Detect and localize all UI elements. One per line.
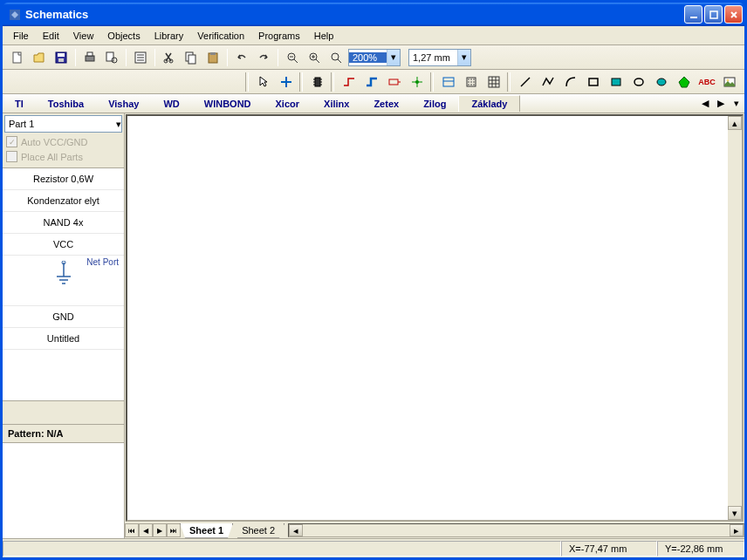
- canvas-container: ▴ ▾ ⏮ ◀ ▶ ⏭ Sheet 1 Sheet 2 ◂ ▸: [125, 113, 744, 538]
- print-button[interactable]: [80, 48, 99, 67]
- line-tool[interactable]: [516, 72, 535, 92]
- part-item[interactable]: Kondenzator elyt: [3, 190, 124, 212]
- window-title: Schematics: [25, 8, 684, 21]
- dropdown-arrow-icon: ▾: [116, 119, 121, 130]
- parts-sidebar: Part 1 ▾ ✓ Auto VCC/GND Place All Parts …: [3, 113, 125, 538]
- ellipse-tool[interactable]: [629, 72, 648, 92]
- tool-a[interactable]: [439, 72, 458, 92]
- floppy-icon: [54, 51, 68, 65]
- menu-objects[interactable]: Objects: [100, 29, 147, 43]
- gripper[interactable]: [299, 72, 303, 92]
- sheet-first[interactable]: ⏮: [125, 523, 139, 537]
- lib-tab-wd[interactable]: WD: [151, 96, 191, 112]
- menu-view[interactable]: View: [66, 29, 101, 43]
- image-tool[interactable]: [720, 72, 739, 92]
- part-item[interactable]: VCC: [3, 234, 124, 256]
- ic-tool[interactable]: [308, 72, 327, 92]
- grid-value: 1,27 mm: [409, 52, 457, 63]
- open-button[interactable]: [30, 48, 49, 67]
- polygon-tool[interactable]: [675, 72, 694, 92]
- part-item[interactable]: Untitled: [3, 328, 124, 350]
- maximize-button[interactable]: [704, 5, 723, 24]
- junction-tool[interactable]: [408, 72, 427, 92]
- canvas-wrap: ▴ ▾: [126, 114, 744, 522]
- part-item-gnd[interactable]: Net Port: [3, 256, 124, 306]
- gripper[interactable]: [507, 72, 511, 92]
- gripper[interactable]: [430, 72, 434, 92]
- tool-b[interactable]: [462, 72, 481, 92]
- drawing-toolbar: ABC: [3, 70, 744, 94]
- sheet-tab-1[interactable]: Sheet 1: [180, 523, 233, 538]
- undo-button[interactable]: [232, 48, 251, 67]
- lib-tab-toshiba[interactable]: Toshiba: [36, 96, 96, 112]
- netport-tool[interactable]: [385, 72, 404, 92]
- zoom-out-icon: [285, 51, 299, 65]
- scroll-right-button[interactable]: ▸: [730, 524, 744, 536]
- zoom-fit-button[interactable]: [326, 48, 346, 67]
- part-selector[interactable]: Part 1 ▾: [4, 115, 122, 133]
- pointer-tool[interactable]: [254, 72, 273, 92]
- gripper[interactable]: [331, 72, 334, 92]
- copy-button[interactable]: [182, 48, 201, 67]
- lib-tab-ti[interactable]: TI: [3, 96, 36, 112]
- sheet-last[interactable]: ⏭: [167, 523, 181, 537]
- sheet-prev[interactable]: ◀: [139, 523, 153, 537]
- arc-tool[interactable]: [561, 72, 580, 92]
- zoom-select[interactable]: 200% ▾: [348, 49, 401, 66]
- close-button[interactable]: [724, 5, 743, 24]
- svg-rect-1: [690, 17, 697, 18]
- fillellipse-tool[interactable]: [652, 72, 671, 92]
- lib-tab-zetex[interactable]: Zetex: [361, 96, 411, 112]
- tool-c[interactable]: [484, 72, 504, 92]
- wire-tool[interactable]: [339, 72, 359, 92]
- app-window: Schematics File Edit View Objects Librar…: [0, 0, 747, 560]
- lib-tab-xilinx[interactable]: Xilinx: [312, 96, 361, 112]
- printer-icon: [83, 51, 97, 65]
- lib-scroll-right[interactable]: ▶: [713, 96, 729, 112]
- sheet-tab-2[interactable]: Sheet 2: [232, 523, 284, 538]
- paste-button[interactable]: [203, 48, 223, 67]
- lib-scroll-left[interactable]: ◀: [697, 96, 713, 112]
- zoom-in-button[interactable]: [305, 48, 324, 67]
- lib-tab-zilog[interactable]: Zilog: [411, 96, 458, 112]
- menu-verification[interactable]: Verification: [190, 29, 251, 43]
- lib-dropdown[interactable]: ▾: [729, 96, 744, 112]
- lib-tab-winbond[interactable]: WINBOND: [192, 96, 264, 112]
- cross-tool[interactable]: [277, 72, 296, 92]
- minimize-button[interactable]: [684, 5, 702, 24]
- text-tool[interactable]: ABC: [697, 72, 716, 92]
- copy-icon: [184, 51, 198, 65]
- sheet-next[interactable]: ▶: [153, 523, 167, 537]
- redo-button[interactable]: [254, 48, 273, 67]
- horizontal-scrollbar[interactable]: ◂ ▸: [288, 523, 744, 537]
- cut-button[interactable]: [160, 48, 179, 67]
- save-button[interactable]: [51, 48, 71, 67]
- polyline-tool[interactable]: [538, 72, 558, 92]
- schematic-canvas[interactable]: [127, 116, 742, 520]
- print-preview-button[interactable]: [102, 48, 121, 67]
- menu-library[interactable]: Library: [147, 29, 191, 43]
- scroll-left-button[interactable]: ◂: [289, 524, 303, 536]
- menu-edit[interactable]: Edit: [36, 29, 66, 43]
- properties-button[interactable]: [131, 48, 150, 67]
- menu-programs[interactable]: Programs: [251, 29, 307, 43]
- zoom-out-button[interactable]: [283, 48, 302, 67]
- new-button[interactable]: [8, 48, 27, 67]
- polyline-icon: [541, 75, 555, 89]
- scroll-down-button[interactable]: ▾: [728, 506, 742, 520]
- menu-help[interactable]: Help: [307, 29, 341, 43]
- scroll-up-button[interactable]: ▴: [728, 116, 742, 130]
- lib-tab-vishay[interactable]: Vishay: [96, 96, 151, 112]
- rect-tool[interactable]: [584, 72, 603, 92]
- grid-select[interactable]: 1,27 mm ▾: [408, 49, 471, 66]
- gripper[interactable]: [245, 72, 249, 92]
- fillrect-tool[interactable]: [607, 72, 626, 92]
- lib-tab-xicor[interactable]: Xicor: [264, 96, 312, 112]
- lib-tab-zaklady[interactable]: Základy: [458, 95, 520, 112]
- part-item[interactable]: NAND 4x: [3, 212, 124, 234]
- part-item[interactable]: Rezistor 0,6W: [3, 168, 124, 190]
- bus-tool[interactable]: [362, 72, 381, 92]
- vertical-scrollbar[interactable]: ▴ ▾: [728, 116, 742, 520]
- part-item[interactable]: GND: [3, 306, 124, 328]
- menu-file[interactable]: File: [6, 29, 36, 43]
